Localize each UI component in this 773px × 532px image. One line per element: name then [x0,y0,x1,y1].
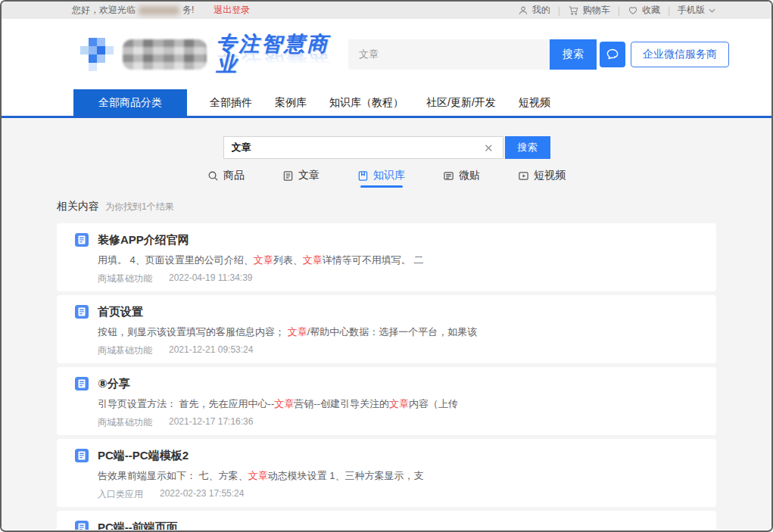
result-snippet: 用填。 4、页面设置里的公司介绍、文章列表、文章详情等可不用填写。 二 [98,254,698,266]
result-category: 入口类应用 [98,488,143,499]
topbar-link-user[interactable]: 我的 [518,4,550,17]
result-timestamp: 2022-04-19 11:34:39 [169,272,253,283]
logout-link[interactable]: 退出登录 [214,4,250,17]
snippet-text: 详情等可不用填写。 二 [323,254,424,266]
tab-label: 知识库 [373,169,405,182]
result-category: 商城基础功能 [98,416,152,427]
snippet-text: 引导页设置方法： 首先，先在应用中心-- [98,398,274,409]
video-icon [518,170,529,182]
nav-item[interactable]: 案例库 [275,96,307,110]
tab-知识库[interactable]: 知识库 [357,170,405,188]
knowledge-icon [357,170,369,182]
result-title-row[interactable]: 首页设置 [75,304,698,319]
results-count-text: 为你找到1个结果 [105,201,174,213]
nav-item[interactable]: 全部插件 [210,96,252,110]
result-title-row[interactable]: PC端--PC端模板2 [75,448,698,463]
tab-label: 短视频 [534,169,566,182]
logo-slogan: 专注智慧商业 专注智慧商业 [216,34,347,75]
tab-商品[interactable]: 商品 [207,170,245,188]
document-icon [75,305,89,319]
cart-icon [568,5,579,16]
topbar-link-label: 手机版 [678,4,705,17]
highlighted-keyword: 文章 [389,398,409,409]
nav-item[interactable]: 短视频 [519,96,550,110]
page-search-box: ✕ [223,136,503,159]
clear-search-icon[interactable]: ✕ [482,142,495,154]
snippet-text: 内容（上传 [409,398,458,409]
result-type-tabs: 商品文章知识库微贴短视频 [57,170,716,188]
snippet-text: 用填。 4、页面设置里的公司介绍、 [98,254,254,266]
result-category: 商城基础功能 [98,344,152,355]
user-icon [518,5,528,16]
result-card: 装修APP介绍官网 用填。 4、页面设置里的公司介绍、文章列表、文章详情等可不用… [57,223,716,291]
topbar-link-chevron-down[interactable]: 手机版 [678,4,715,17]
result-timestamp: 2021-12-21 09:53:24 [169,344,253,355]
page-search-button[interactable]: 搜索 [505,136,550,159]
header-search: 搜索 [348,39,597,70]
logo-slogan-reflection: 专注智慧商业 [216,54,347,64]
blurred-username [139,6,179,15]
topbar-link-cart[interactable]: 购物车 [568,4,610,17]
browser-window: 您好，欢迎光临 务! 退出登录 我的|购物车|收藏|手机版 专注智慧商业 专注智… [0,0,773,532]
separator: | [558,5,560,16]
search-results-page: ✕ 搜索 商品文章知识库微贴短视频 相关内容 为你找到1个结果 装修APP介绍官… [2,118,771,530]
result-meta: 商城基础功能 2021-12-17 17:16:36 [98,416,698,427]
main-nav: 全部商品分类 全部插件案例库知识库（教程）社区/更新/开发短视频 [2,89,771,118]
wecom-service-button[interactable]: 企业微信服务商 [600,42,729,67]
tab-短视频[interactable]: 短视频 [518,170,566,188]
highlighted-keyword: 文章 [288,326,307,338]
result-title: PC端--PC端模板2 [98,449,189,463]
separator: | [668,5,670,16]
wecom-chat-icon [600,42,625,67]
tab-label: 商品 [223,169,245,182]
highlighted-keyword: 文章 [254,254,273,266]
document-icon [75,449,89,463]
result-title-row[interactable]: 装修APP介绍官网 [75,232,698,247]
separator: | [618,5,620,16]
site-logo[interactable]: 专注智慧商业 专注智慧商业 [80,34,347,75]
site-header: 专注智慧商业 专注智慧商业 搜索 企业微信服务商 [2,19,771,89]
results-section-title: 相关内容 [57,200,99,213]
logo-text-blurred [123,39,207,70]
document-icon [75,233,89,247]
result-meta: 商城基础功能 2021-12-21 09:53:24 [98,344,698,355]
results-list: 装修APP介绍官网 用填。 4、页面设置里的公司介绍、文章列表、文章详情等可不用… [57,223,716,530]
topbar-link-label: 购物车 [583,4,610,17]
nav-item[interactable]: 知识库（教程） [329,96,404,110]
result-card: ⑧分享 引导页设置方法： 首先，先在应用中心--文章营销--创建引导关注的文章内… [57,367,716,435]
wecom-label: 企业微信服务商 [631,42,729,67]
nav-menu: 全部插件案例库知识库（教程）社区/更新/开发短视频 [187,89,550,116]
tab-label: 文章 [298,169,319,182]
tab-文章[interactable]: 文章 [282,170,319,188]
nav-item[interactable]: 社区/更新/开发 [426,96,496,110]
result-title-row[interactable]: PC端--前端页面 [75,520,698,530]
result-title: 装修APP介绍官网 [98,233,189,247]
result-snippet: 引导页设置方法： 首先，先在应用中心--文章营销--创建引导关注的文章内容（上传 [98,397,698,410]
header-search-button[interactable]: 搜索 [550,39,597,70]
result-category: 商城基础功能 [98,272,152,283]
document-icon [75,521,89,530]
tab-label: 微贴 [459,169,480,182]
topbar-link-heart[interactable]: 收藏 [628,4,660,17]
snippet-text: 告效果前端显示如下： 七、方案、 [98,470,248,481]
result-title: 首页设置 [98,305,143,319]
logo-mark-blurred [80,38,114,71]
tab-微贴[interactable]: 微贴 [443,170,480,188]
result-title: ⑧分享 [98,377,130,391]
chevron-down-icon [709,8,715,13]
all-categories-button[interactable]: 全部商品分类 [73,89,187,116]
result-card: PC端--PC端模板2 告效果前端显示如下： 七、方案、文章动态模块设置 1、三… [57,439,716,507]
result-card: PC端--前端页面 [57,511,716,530]
result-card: 首页设置 按钮，则显示该设置填写的客服信息内容； 文章/帮助中心数据：选择一个平… [57,295,716,363]
greeting-suffix: 务! [182,4,194,17]
greeting-text: 您好，欢迎光临 务! [72,4,194,17]
topbar-link-label: 收藏 [642,4,660,17]
page-search-input[interactable] [232,142,482,154]
snippet-text: /帮助中心数据：选择一个平台，如果该 [307,326,478,338]
results-section-head: 相关内容 为你找到1个结果 [57,200,716,213]
heart-icon [628,5,638,15]
post-icon [443,170,454,182]
header-search-input[interactable] [348,39,550,70]
result-title-row[interactable]: ⑧分享 [75,376,698,391]
topbar-link-label: 我的 [532,4,550,17]
